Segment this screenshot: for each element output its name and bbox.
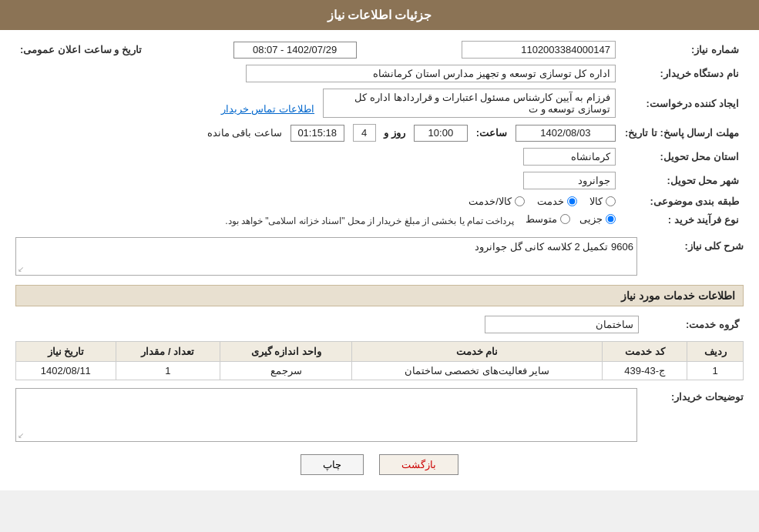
- category-khedmat-radio[interactable]: [567, 196, 577, 206]
- category-kala-khedmat-radio[interactable]: [515, 196, 525, 206]
- buyer-org-label: نام دستگاه خریدار:: [620, 62, 744, 85]
- buttons-row: بازگشت چاپ: [15, 454, 744, 475]
- contact-link[interactable]: اطلاعات تماس خریدار: [221, 103, 314, 115]
- purchase-jozii-radio[interactable]: [606, 214, 616, 224]
- services-table-body: 1ج-43-439سایر فعالیت‌های تخصصی ساختمانسر…: [16, 362, 744, 380]
- col-service-name: نام خدمت: [352, 342, 603, 362]
- buyer-desc-box[interactable]: ↙: [15, 388, 637, 442]
- purchase-type-cell: جزیی متوسط پرداخت تمام یا بخشی از مبلغ خ…: [15, 210, 620, 229]
- city-row: شهر محل تحویل: جوانرود: [15, 169, 744, 192]
- services-section-title: اطلاعات خدمات مورد نیاز: [15, 285, 744, 306]
- need-number-row: شماره نیاز: 1102003384000147 1402/07/29 …: [15, 38, 744, 62]
- buyer-org-cell: اداره کل توسازی توسعه و تجهیز مدارس استا…: [15, 62, 620, 85]
- page-wrapper: جزئیات اطلاعات نیاز شماره نیاز: 11020033…: [0, 0, 759, 490]
- need-description-wrapper: 9606 تکمیل 2 کلاسه کانی گل جوانرود ↙: [15, 237, 637, 276]
- service-group-field: ساختمان: [485, 316, 639, 333]
- need-description-value: 9606 تکمیل 2 کلاسه کانی گل جوانرود: [475, 241, 633, 253]
- creator-label: ایجاد کننده درخواست:: [620, 85, 744, 121]
- service-group-label: گروه خدمت:: [643, 313, 744, 336]
- deadline-row: مهلت ارسال پاسخ: تا تاریخ: 1402/08/03 سا…: [15, 121, 744, 145]
- col-service-code: کد خدمت: [603, 342, 687, 362]
- deadline-time-field: 10:00: [414, 125, 468, 142]
- back-button[interactable]: بازگشت: [379, 454, 458, 475]
- need-number-field: 1102003384000147: [462, 41, 616, 59]
- buyer-desc-section: توضیحات خریدار: ↙: [15, 388, 744, 442]
- need-description-section: شرح کلی نیاز: 9606 تکمیل 2 کلاسه کانی گل…: [15, 237, 744, 276]
- category-kala-radio[interactable]: [606, 196, 616, 206]
- category-radio-group: کالا خدمت کالا/خدمت: [20, 196, 616, 207]
- announce-datetime-field: 1402/07/29 - 08:07: [233, 42, 357, 59]
- page-title: جزئیات اطلاعات نیاز: [327, 8, 432, 22]
- deadline-days-field: 4: [353, 124, 376, 142]
- announce-label: تاریخ و ساعت اعلان عمومی:: [15, 38, 170, 62]
- page-header: جزئیات اطلاعات نیاز: [0, 0, 759, 30]
- purchase-motavaset-label: متوسط: [526, 213, 557, 225]
- city-field: جوانرود: [523, 172, 616, 189]
- table-row: 1ج-43-439سایر فعالیت‌های تخصصی ساختمانسر…: [16, 362, 744, 380]
- creator-cell: فرزام به آیین کارشناس مسئول اعتبارات و ق…: [15, 85, 620, 121]
- category-kala-label: کالا: [589, 196, 603, 207]
- col-date: تاریخ نیاز: [16, 342, 116, 362]
- category-kala-khedmat-label: کالا/خدمت: [468, 196, 512, 207]
- deadline-cell: 1402/08/03 ساعت: 10:00 روز و 4 01:15:18 …: [15, 121, 620, 145]
- deadline-days-label: روز و: [384, 127, 405, 139]
- need-description-label: شرح کلی نیاز:: [643, 237, 744, 252]
- category-cell: کالا خدمت کالا/خدمت: [15, 192, 620, 210]
- province-row: استان محل تحویل: کرمانشاه: [15, 145, 744, 169]
- category-label: طبقه بندی موضوعی:: [620, 192, 744, 210]
- buyer-desc-wrapper: ↙: [15, 388, 637, 442]
- deadline-label: مهلت ارسال پاسخ: تا تاریخ:: [620, 121, 744, 145]
- deadline-remaining-label: ساعت باقی مانده: [207, 127, 282, 139]
- services-table-head: ردیف کد خدمت نام خدمت واحد اندازه گیری ت…: [16, 342, 744, 362]
- service-group-row: گروه خدمت: ساختمان: [15, 313, 744, 336]
- category-khedmat-label: خدمت: [537, 196, 564, 207]
- service-group-cell: ساختمان: [15, 313, 643, 336]
- col-row-number: ردیف: [687, 342, 744, 362]
- purchase-motavaset-radio[interactable]: [560, 214, 570, 224]
- content-area: شماره نیاز: 1102003384000147 1402/07/29 …: [0, 30, 759, 490]
- buyer-desc-resize-icon: ↙: [18, 431, 24, 440]
- buyer-desc-label: توضیحات خریدار:: [643, 388, 744, 403]
- city-label: شهر محل تحویل:: [620, 169, 744, 192]
- deadline-remaining-field: 01:15:18: [291, 125, 344, 142]
- need-number-value: 1102003384000147: [385, 38, 620, 62]
- category-row: طبقه بندی موضوعی: کالا خدمت: [15, 192, 744, 210]
- need-number-label: شماره نیاز:: [620, 38, 744, 62]
- deadline-time-label: ساعت:: [476, 127, 507, 139]
- buyer-org-row: نام دستگاه خریدار: اداره کل توسازی توسعه…: [15, 62, 744, 85]
- category-kala-option[interactable]: کالا: [589, 196, 616, 207]
- resize-handle-icon: ↙: [18, 265, 24, 273]
- info-table: شماره نیاز: 1102003384000147 1402/07/29 …: [15, 38, 744, 229]
- print-button[interactable]: چاپ: [301, 454, 364, 475]
- col-qty: تعداد / مقدار: [116, 342, 220, 362]
- col-unit: واحد اندازه گیری: [220, 342, 352, 362]
- purchase-note: پرداخت تمام یا بخشی از مبلغ خریدار از مح…: [225, 216, 514, 226]
- services-table-header-row: ردیف کد خدمت نام خدمت واحد اندازه گیری ت…: [16, 342, 744, 362]
- purchase-jozii-option[interactable]: جزیی: [579, 213, 616, 225]
- need-description-box[interactable]: 9606 تکمیل 2 کلاسه کانی گل جوانرود ↙: [15, 237, 637, 276]
- category-kala-khedmat-option[interactable]: کالا/خدمت: [468, 196, 525, 207]
- services-table: ردیف کد خدمت نام خدمت واحد اندازه گیری ت…: [15, 341, 744, 380]
- service-group-table: گروه خدمت: ساختمان: [15, 313, 744, 336]
- purchase-motavaset-option[interactable]: متوسط: [526, 213, 570, 225]
- city-cell: جوانرود: [15, 169, 620, 192]
- province-cell: کرمانشاه: [15, 145, 620, 169]
- purchase-type-row: نوع فرآیند خرید : جزیی متوسط پرداخت: [15, 210, 744, 229]
- buyer-org-field: اداره کل توسازی توسعه و تجهیز مدارس استا…: [246, 65, 616, 82]
- announce-value-cell: 1402/07/29 - 08:07: [170, 38, 361, 62]
- purchase-type-label: نوع فرآیند خرید :: [620, 210, 744, 229]
- purchase-jozii-label: جزیی: [579, 213, 603, 225]
- deadline-date-field: 1402/08/03: [516, 125, 616, 142]
- purchase-type-radio-group: جزیی متوسط: [526, 213, 616, 225]
- creator-row: ایجاد کننده درخواست: فرزام به آیین کارشن…: [15, 85, 744, 121]
- province-field: کرمانشاه: [523, 148, 616, 166]
- creator-field: فرزام به آیین کارشناس مسئول اعتبارات و ق…: [323, 89, 616, 118]
- category-khedmat-option[interactable]: خدمت: [537, 196, 577, 207]
- province-label: استان محل تحویل:: [620, 145, 744, 169]
